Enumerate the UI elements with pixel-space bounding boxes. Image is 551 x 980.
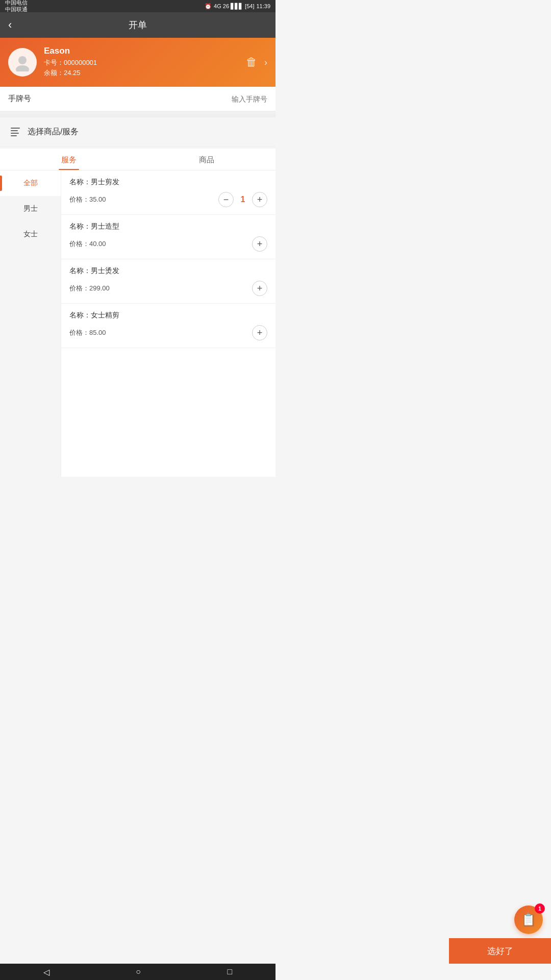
time-display: 11:39: [256, 3, 270, 9]
user-info: Eason 卡号：000000001 余额：24.25: [44, 46, 246, 79]
user-banner: Eason 卡号：000000001 余额：24.25 🗑 ›: [0, 38, 276, 87]
service-bottom-3: 价格：299.00 +: [69, 281, 267, 296]
category-sidebar: 全部 男士 女士: [0, 170, 61, 477]
hand-number-input[interactable]: [178, 95, 267, 103]
service-bottom-1: 价格：35.00 − 1 +: [69, 192, 267, 207]
tab-product[interactable]: 商品: [138, 149, 276, 170]
qty-num-1: 1: [238, 195, 248, 204]
service-name-3: 名称：男士烫发: [69, 266, 267, 276]
avatar-icon: [13, 53, 32, 71]
user-card: 卡号：000000001: [44, 58, 246, 67]
service-item: 名称：男士剪发 价格：35.00 − 1 +: [61, 170, 276, 215]
tab-bar: 服务 商品: [0, 149, 276, 170]
app-header: ‹ 开单: [0, 12, 276, 38]
back-button[interactable]: ‹: [8, 18, 12, 32]
svg-rect-2: [11, 128, 20, 129]
hand-number-row: 手牌号: [0, 87, 276, 111]
service-price-4: 价格：85.00: [69, 328, 106, 337]
select-header-text: 选择商品/服务: [28, 127, 79, 137]
user-actions: 🗑 ›: [246, 56, 267, 69]
user-balance: 余额：24.25: [44, 68, 246, 78]
status-icons: ⏰ 4G 26 ▋▋▋ [54] 11:39: [205, 3, 270, 10]
qty-controls-1: − 1 +: [218, 192, 267, 207]
decrease-btn-1[interactable]: −: [218, 192, 234, 207]
hand-number-label: 手牌号: [8, 94, 31, 104]
increase-btn-1[interactable]: +: [252, 192, 267, 207]
svg-rect-3: [11, 130, 18, 131]
select-header: 选择商品/服务: [0, 114, 276, 146]
svg-rect-5: [11, 135, 17, 136]
service-price-1: 价格：35.00: [69, 195, 106, 204]
status-bar: 中国电信 中国联通 ⏰ 4G 26 ▋▋▋ [54] 11:39: [0, 0, 276, 12]
content-area: 全部 男士 女士 名称：男士剪发 价格：35.00 − 1 +: [0, 170, 276, 477]
category-male[interactable]: 男士: [0, 196, 61, 222]
add-btn-3[interactable]: +: [252, 281, 267, 296]
user-name: Eason: [44, 46, 246, 56]
category-female[interactable]: 女士: [0, 222, 61, 247]
battery-info: [54]: [245, 3, 254, 9]
tab-service[interactable]: 服务: [0, 149, 138, 170]
service-bottom-4: 价格：85.00 +: [69, 325, 267, 340]
avatar: [8, 48, 37, 77]
arrow-right-icon[interactable]: ›: [264, 57, 267, 68]
service-item: 名称：女士精剪 价格：85.00 +: [61, 304, 276, 348]
category-all[interactable]: 全部: [0, 170, 61, 196]
signal-info: 4G 26 ▋▋▋: [214, 3, 243, 10]
list-icon: [8, 125, 22, 139]
service-item: 名称：男士烫发 价格：299.00 +: [61, 259, 276, 304]
delete-icon[interactable]: 🗑: [246, 56, 257, 69]
svg-rect-4: [11, 133, 19, 134]
carrier-info: 中国电信 中国联通: [5, 0, 28, 13]
svg-point-1: [16, 65, 29, 71]
add-btn-4[interactable]: +: [252, 325, 267, 340]
service-name-2: 名称：男士造型: [69, 222, 267, 231]
svg-point-0: [18, 56, 27, 64]
service-name-4: 名称：女士精剪: [69, 311, 267, 320]
clock-icon: ⏰: [205, 3, 212, 10]
service-item: 名称：男士造型 价格：40.00 +: [61, 215, 276, 259]
page-title: 开单: [129, 19, 147, 31]
carrier1: 中国电信: [5, 0, 28, 6]
service-list: 名称：男士剪发 价格：35.00 − 1 + 名称：男士造型 价格：40.00: [61, 170, 276, 477]
service-price-2: 价格：40.00: [69, 239, 106, 249]
service-name-1: 名称：男士剪发: [69, 178, 267, 187]
add-btn-2[interactable]: +: [252, 236, 267, 252]
service-bottom-2: 价格：40.00 +: [69, 236, 267, 252]
service-price-3: 价格：299.00: [69, 284, 110, 293]
